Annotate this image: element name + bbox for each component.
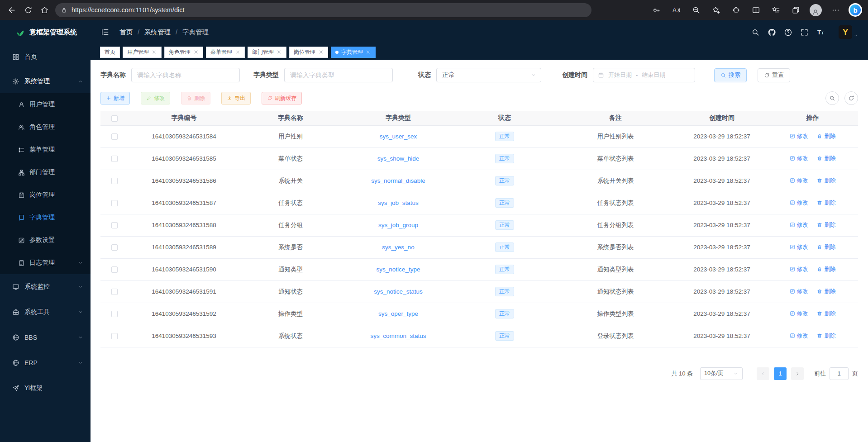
close-icon[interactable]	[193, 49, 199, 55]
tab-user-management[interactable]: 用户管理	[123, 47, 162, 58]
dict-type-link[interactable]: sys_common_status	[370, 333, 426, 339]
toggle-search-button[interactable]	[825, 91, 839, 105]
row-checkbox[interactable]	[111, 333, 118, 339]
tab-home[interactable]: 首页	[100, 47, 120, 58]
add-favorite-icon[interactable]	[708, 2, 724, 18]
row-delete-button[interactable]: 删除	[817, 266, 835, 273]
dict-type-link[interactable]: sys_user_sex	[380, 133, 417, 140]
browser-menu-icon[interactable]	[827, 2, 844, 18]
sidebar-item-menu-management[interactable]: 菜单管理	[0, 138, 91, 161]
status-select[interactable]: 正常	[436, 68, 541, 82]
row-edit-button[interactable]: 修改	[790, 133, 808, 140]
split-screen-icon[interactable]	[748, 2, 764, 18]
sidebar-item-system-tools[interactable]: 系统工具	[0, 299, 91, 325]
row-edit-button[interactable]: 修改	[790, 199, 808, 207]
read-aloud-icon[interactable]	[668, 2, 684, 18]
dict-type-link[interactable]: sys_job_status	[378, 200, 418, 206]
zoom-out-icon[interactable]	[688, 2, 704, 18]
dict-type-link[interactable]: sys_job_group	[378, 222, 418, 228]
next-page-button[interactable]	[791, 367, 804, 380]
select-all-checkbox[interactable]	[111, 115, 118, 122]
app-logo[interactable]: 意框架管理系统	[0, 20, 91, 44]
header-search-icon[interactable]	[751, 28, 760, 37]
row-delete-button[interactable]: 删除	[817, 332, 835, 340]
row-delete-button[interactable]: 删除	[817, 221, 835, 229]
bing-icon[interactable]: b	[847, 2, 863, 18]
browser-refresh-button[interactable]	[20, 2, 36, 18]
row-checkbox[interactable]	[111, 156, 118, 162]
row-checkbox[interactable]	[111, 222, 118, 228]
edit-button[interactable]: 修改	[141, 92, 170, 105]
dict-type-link[interactable]: sys_oper_type	[378, 310, 418, 317]
row-edit-button[interactable]: 修改	[790, 155, 808, 162]
extensions-icon[interactable]	[728, 2, 744, 18]
site-info-lock-icon[interactable]	[61, 7, 67, 14]
close-icon[interactable]	[235, 49, 240, 55]
row-checkbox[interactable]	[111, 289, 118, 295]
sidebar-item-system-monitor[interactable]: 系统监控	[0, 274, 91, 299]
prev-page-button[interactable]	[757, 367, 769, 380]
page-number-current[interactable]: 1	[774, 367, 787, 380]
date-start-placeholder[interactable]: 开始日期	[608, 71, 632, 79]
page-size-select[interactable]: 10条/页	[700, 367, 743, 380]
tab-role-management[interactable]: 角色管理	[164, 47, 203, 58]
date-end-placeholder[interactable]: 结束日期	[642, 71, 665, 79]
row-edit-button[interactable]: 修改	[790, 266, 808, 273]
refresh-table-button[interactable]	[844, 91, 858, 105]
row-delete-button[interactable]: 删除	[817, 288, 835, 295]
breadcrumb-home[interactable]: 首页	[119, 28, 133, 37]
dict-type-link[interactable]: sys_show_hide	[377, 155, 419, 162]
address-bar[interactable]: https://ccnetcore.com:1101/system/dict	[55, 3, 591, 17]
font-size-icon[interactable]	[816, 28, 825, 37]
sidebar-item-user-management[interactable]: 用户管理	[0, 93, 91, 116]
row-delete-button[interactable]: 删除	[817, 133, 835, 140]
reset-button[interactable]: 重置	[758, 68, 790, 82]
close-icon[interactable]	[152, 49, 157, 55]
fullscreen-icon[interactable]	[800, 28, 809, 37]
goto-page-input[interactable]	[830, 367, 849, 380]
url-text[interactable]: https://ccnetcore.com:1101/system/dict	[72, 6, 185, 14]
sidebar-item-system-management[interactable]: 系统管理	[0, 70, 91, 93]
row-checkbox[interactable]	[111, 311, 118, 317]
sidebar-item-erp[interactable]: ERP	[0, 350, 91, 375]
close-icon[interactable]	[366, 49, 371, 55]
tab-post-management[interactable]: 岗位管理	[289, 47, 328, 58]
sidebar-item-home[interactable]: 首页	[0, 44, 91, 70]
row-checkbox[interactable]	[111, 266, 118, 273]
dict-name-input[interactable]	[131, 68, 240, 82]
help-icon[interactable]	[783, 28, 792, 37]
tab-menu-management[interactable]: 菜单管理	[206, 47, 245, 58]
dict-type-link[interactable]: sys_notice_status	[374, 288, 422, 295]
breadcrumb-system[interactable]: 系统管理	[144, 28, 171, 37]
row-delete-button[interactable]: 删除	[817, 199, 835, 207]
browser-back-button[interactable]	[4, 2, 20, 18]
sidebar-item-param-settings[interactable]: 参数设置	[0, 229, 91, 252]
sidebar-item-log-management[interactable]: 日志管理	[0, 252, 91, 274]
close-icon[interactable]	[318, 49, 324, 55]
row-delete-button[interactable]: 删除	[817, 243, 835, 251]
favorites-icon[interactable]	[768, 2, 784, 18]
sidebar-item-dept-management[interactable]: 部门管理	[0, 161, 91, 184]
collections-icon[interactable]	[787, 2, 804, 18]
export-button[interactable]: 导出	[221, 92, 251, 105]
row-edit-button[interactable]: 修改	[790, 288, 808, 295]
row-checkbox[interactable]	[111, 178, 118, 184]
sidebar-item-dict-management[interactable]: 字典管理	[0, 206, 91, 229]
row-edit-button[interactable]: 修改	[790, 332, 808, 340]
row-edit-button[interactable]: 修改	[790, 177, 808, 185]
tab-dict-management[interactable]: 字典管理	[331, 47, 376, 58]
date-range-picker[interactable]: 开始日期 - 结束日期	[593, 68, 695, 82]
sidebar-item-yi-framework[interactable]: Yi框架	[0, 375, 91, 401]
user-menu[interactable]: Y	[839, 25, 858, 39]
row-checkbox[interactable]	[111, 133, 118, 140]
row-edit-button[interactable]: 修改	[790, 221, 808, 229]
sidebar-toggle-icon[interactable]	[100, 28, 110, 37]
tab-dept-management[interactable]: 部门管理	[248, 47, 286, 58]
row-checkbox[interactable]	[111, 244, 118, 251]
sidebar-item-role-management[interactable]: 角色管理	[0, 116, 91, 138]
sidebar-item-post-management[interactable]: 岗位管理	[0, 184, 91, 206]
dict-type-link[interactable]: sys_yes_no	[382, 244, 414, 251]
dict-type-link[interactable]: sys_normal_disable	[371, 177, 425, 184]
add-button[interactable]: 新增	[100, 92, 130, 105]
row-delete-button[interactable]: 删除	[817, 155, 835, 162]
